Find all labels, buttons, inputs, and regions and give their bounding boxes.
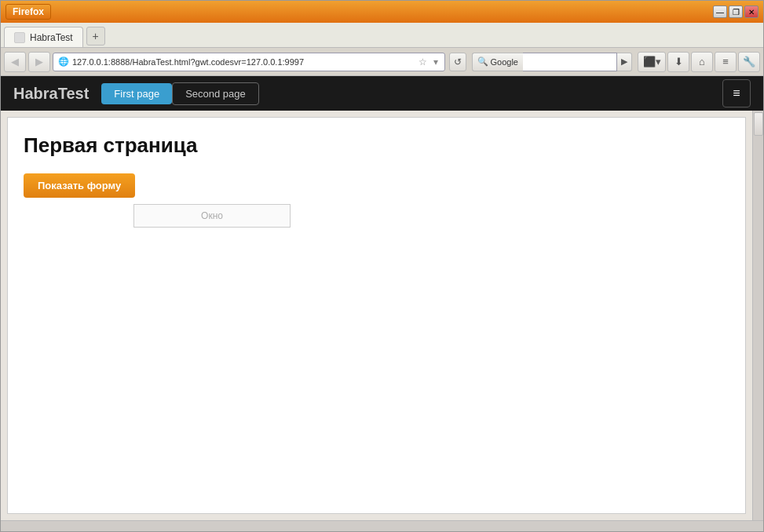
main-content-area: Первая страница Показать форму Окно [7, 117, 746, 514]
tabbar: HabraTest + [1, 23, 763, 48]
menu-button[interactable]: ≡ [715, 52, 737, 72]
search-engine-name: Google [491, 57, 518, 67]
address-text: 127.0.0.1:8888/HabraTest.html?gwt.codesv… [72, 57, 414, 67]
search-submit-button[interactable]: ▶ [617, 53, 632, 71]
search-input[interactable] [523, 53, 617, 71]
new-tab-button[interactable]: + [86, 27, 105, 46]
search-engine-icon: 🔍 [477, 56, 488, 67]
back-button[interactable]: ◀ [4, 52, 26, 72]
search-group: 🔍 Google ▶ [472, 53, 632, 71]
home-button[interactable]: ⌂ [691, 52, 713, 72]
active-tab[interactable]: HabraTest [4, 27, 83, 47]
content-wrapper: Первая страница Показать форму Окно [1, 111, 763, 520]
dialog-hint-text: Окно [201, 210, 223, 221]
window-controls: — ❐ ✕ [713, 5, 759, 18]
scrollbar-thumb[interactable] [754, 112, 763, 136]
nav-second-page[interactable]: Second page [172, 82, 259, 105]
search-engine-label[interactable]: 🔍 Google [472, 53, 523, 71]
navbar: ◀ ▶ 🌐 127.0.0.1:8888/HabraTest.html?gwt.… [1, 48, 763, 76]
app-hamburger-button[interactable]: ≡ [722, 79, 751, 107]
restore-button[interactable]: ❐ [729, 5, 743, 18]
address-icon: 🌐 [58, 56, 69, 67]
firefox-label: Firefox [5, 4, 51, 20]
nav-right-buttons: ⬛▾ ⬇ ⌂ ≡ 🔧 [638, 52, 760, 72]
dialog-hint: Окно [133, 204, 291, 228]
show-form-button[interactable]: Показать форму [24, 173, 135, 198]
extensions-button[interactable]: 🔧 [738, 52, 760, 72]
vertical-scrollbar[interactable] [752, 111, 763, 520]
app-brand: HabraTest [13, 85, 89, 103]
refresh-button[interactable]: ↺ [449, 53, 466, 71]
tab-favicon [14, 32, 25, 43]
minimize-button[interactable]: — [713, 5, 727, 18]
tab-label: HabraTest [30, 32, 73, 43]
horizontal-scrollbar[interactable] [1, 520, 763, 531]
forward-button[interactable]: ▶ [28, 52, 50, 72]
address-bar[interactable]: 🌐 127.0.0.1:8888/HabraTest.html?gwt.code… [53, 53, 445, 71]
titlebar: Firefox — ❐ ✕ [1, 1, 763, 23]
nav-first-page[interactable]: First page [101, 83, 172, 104]
bookmarks-button[interactable]: ⬛▾ [638, 52, 666, 72]
bookmark-star-icon[interactable]: ☆ [419, 56, 427, 67]
page-title: Первая страница [24, 133, 729, 158]
app-navbar: HabraTest First page Second page ≡ [1, 76, 763, 111]
close-button[interactable]: ✕ [744, 5, 759, 18]
browser-window: Firefox — ❐ ✕ HabraTest + ◀ ▶ 🌐 127.0.0.… [0, 0, 764, 532]
download-button[interactable]: ⬇ [667, 52, 689, 72]
bookmark-arrow-icon[interactable]: ▾ [433, 56, 438, 67]
